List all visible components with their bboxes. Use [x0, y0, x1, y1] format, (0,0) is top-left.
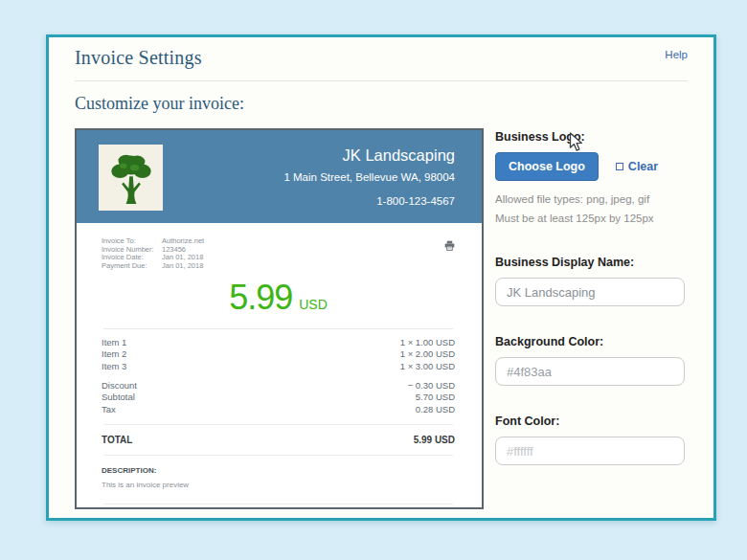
- section-title: Customize your invoice:: [75, 94, 688, 114]
- business-logo: [99, 145, 163, 211]
- meta-row: Invoice Number: 123456: [102, 246, 455, 255]
- clear-label: Clear: [628, 160, 658, 173]
- choose-logo-button[interactable]: Choose Logo: [495, 152, 599, 181]
- adjustment-value: − 0.30 USD: [408, 380, 455, 392]
- tree-logo-icon: [105, 150, 157, 206]
- description-label: DESCRIPTION:: [102, 466, 455, 475]
- display-name-label: Business Display Name:: [495, 256, 685, 269]
- item-label: Item 1: [102, 337, 126, 348]
- invoice-preview-header: JK Landscaping 1 Main Street, Bellevue W…: [77, 130, 482, 223]
- clear-logo-link[interactable]: Clear: [616, 160, 658, 173]
- total-row: TOTAL 5.99 USD: [102, 435, 455, 445]
- price-amount: 5.99: [229, 278, 292, 317]
- help-link[interactable]: Help: [665, 49, 688, 60]
- card-header: Invoice Settings Help: [75, 47, 688, 81]
- page-title: Invoice Settings: [75, 47, 202, 69]
- item-row: Item 2 1 × 2.00 USD: [102, 348, 455, 360]
- invoice-preview: JK Landscaping 1 Main Street, Bellevue W…: [75, 128, 484, 509]
- adjustment-row: Subtotal 5.70 USD: [102, 392, 455, 403]
- adjustment-label: Subtotal: [102, 392, 135, 403]
- adjustment-label: Discount: [102, 380, 137, 392]
- item-value: 1 × 2.00 USD: [400, 348, 455, 360]
- size-hint: Must be at least 125px by 125px: [495, 213, 685, 224]
- meta-row: Invoice Date: Jan 01, 2018: [102, 254, 455, 262]
- invoice-preview-body: Invoice To: Authorize.net Invoice Number…: [77, 223, 482, 504]
- adjustment-value: 0.28 USD: [416, 404, 455, 415]
- divider: [103, 328, 453, 329]
- meta-row: Payment Due: Jan 01, 2018: [102, 262, 455, 271]
- background-color-label: Background Color:: [495, 335, 685, 348]
- preview-phone: 1-800-123-4567: [163, 195, 455, 208]
- adjustment-label: Tax: [102, 404, 116, 415]
- background-color-input[interactable]: [495, 357, 685, 386]
- font-color-input[interactable]: [495, 437, 685, 465]
- description-text: This is an invoice preview: [102, 481, 455, 489]
- meta-row: Invoice To: Authorize.net: [102, 237, 455, 246]
- divider: [103, 455, 453, 456]
- meta-label: Payment Due:: [102, 262, 162, 271]
- preview-address: 1 Main Street, Bellevue WA, 98004: [163, 171, 455, 184]
- item-row: Item 3 1 × 3.00 USD: [102, 361, 455, 372]
- price-currency: USD: [299, 297, 328, 312]
- item-value: 1 × 3.00 USD: [400, 361, 455, 372]
- invoice-meta: Invoice To: Authorize.net Invoice Number…: [102, 237, 455, 271]
- divider: [103, 504, 453, 504]
- print-icon[interactable]: [444, 237, 455, 255]
- adjustment-row: Tax 0.28 USD: [102, 404, 455, 415]
- item-row: Item 1 1 × 1.00 USD: [102, 337, 455, 348]
- meta-value: Jan 01, 2018: [162, 262, 203, 271]
- preview-business-name: JK Landscaping: [163, 146, 455, 165]
- customize-form: Business Logo: Choose Logo Clear Allowed…: [495, 128, 685, 509]
- invoice-items: Item 1 1 × 1.00 USD Item 2 1 × 2.00 USD …: [102, 337, 455, 372]
- font-color-label: Font Color:: [495, 414, 685, 428]
- logo-actions: Choose Logo Clear: [495, 152, 685, 181]
- invoice-adjustments: Discount − 0.30 USD Subtotal 5.70 USD Ta…: [102, 380, 455, 415]
- display-name-input[interactable]: [495, 278, 685, 306]
- item-label: Item 3: [102, 361, 126, 372]
- file-types-hint: Allowed file types: png, jpeg, gif: [495, 193, 685, 205]
- divider: [103, 424, 453, 425]
- invoice-settings-card: Invoice Settings Help Customize your inv…: [46, 34, 716, 521]
- invoice-total-display: 5.99USD: [102, 278, 455, 318]
- business-logo-label: Business Logo:: [495, 130, 685, 144]
- adjustment-value: 5.70 USD: [416, 392, 455, 403]
- item-label: Item 2: [102, 348, 126, 360]
- adjustment-row: Discount − 0.30 USD: [102, 380, 455, 392]
- item-value: 1 × 1.00 USD: [400, 337, 455, 348]
- total-value: 5.99 USD: [414, 435, 455, 445]
- clear-icon: [616, 163, 623, 170]
- total-label: TOTAL: [102, 435, 132, 445]
